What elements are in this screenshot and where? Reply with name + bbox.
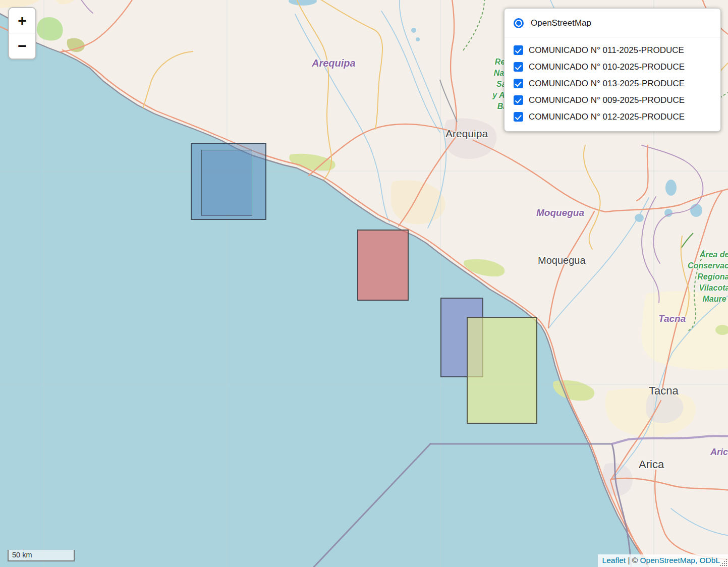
leaflet-link[interactable]: Leaflet (602, 556, 626, 564)
overlay-checkbox-011[interactable] (514, 45, 523, 55)
zoom-control: + − (8, 7, 36, 60)
base-layer-row[interactable]: OpenStreetMap (514, 13, 712, 33)
overlay-checkbox-010[interactable] (514, 62, 523, 72)
zoom-out-button[interactable]: − (9, 33, 35, 59)
scale-bar: 50 km (8, 550, 75, 561)
map[interactable]: Arequipa Arequipa Moquegua Moquegua Tacn… (0, 0, 728, 567)
overlay-checkbox-012[interactable] (514, 112, 523, 122)
overlay-checkbox-013[interactable] (514, 79, 523, 88)
overlay-label-012[interactable]: COMUNICADO N° 012-2025-PRODUCE (529, 112, 685, 122)
layers-separator (505, 37, 720, 37)
attribution-divider: | (628, 556, 630, 564)
layers-control: OpenStreetMap COMUNICADO N° 011-2025-PRO… (504, 8, 721, 132)
overlay-label-010[interactable]: COMUNICADO N° 010-2025-PRODUCE (529, 62, 685, 72)
overlay-label-009[interactable]: COMUNICADO N° 009-2025-PRODUCE (529, 95, 685, 105)
base-layer-radio[interactable] (514, 18, 524, 28)
overlay-polygon-blue-inner[interactable] (201, 150, 252, 216)
overlay-polygon-yellow[interactable] (467, 317, 537, 424)
overlay-label-011[interactable]: COMUNICADO N° 011-2025-PRODUCE (529, 45, 684, 55)
openstreetmap-link[interactable]: OpenStreetMap, ODbL (640, 556, 720, 564)
overlay-layer-row[interactable]: COMUNICADO N° 012-2025-PRODUCE (514, 108, 712, 125)
overlay-checkbox-009[interactable] (514, 95, 523, 105)
overlay-layer-row[interactable]: COMUNICADO N° 011-2025-PRODUCE (514, 42, 712, 59)
overlay-layer-row[interactable]: COMUNICADO N° 009-2025-PRODUCE (514, 92, 712, 108)
overlay-layer-row[interactable]: COMUNICADO N° 010-2025-PRODUCE (514, 59, 712, 75)
scale-bar-label: 50 km (12, 551, 32, 559)
attribution: Leaflet | © OpenStreetMap, ODbL (598, 554, 728, 567)
overlay-layer-row[interactable]: COMUNICADO N° 013-2025-PRODUCE (514, 75, 712, 92)
base-layer-label[interactable]: OpenStreetMap (531, 18, 591, 28)
zoom-in-button[interactable]: + (9, 8, 35, 33)
overlay-polygon-red[interactable] (357, 230, 409, 301)
attribution-copyright: © (632, 556, 638, 564)
overlay-label-013[interactable]: COMUNICADO N° 013-2025-PRODUCE (529, 79, 685, 89)
